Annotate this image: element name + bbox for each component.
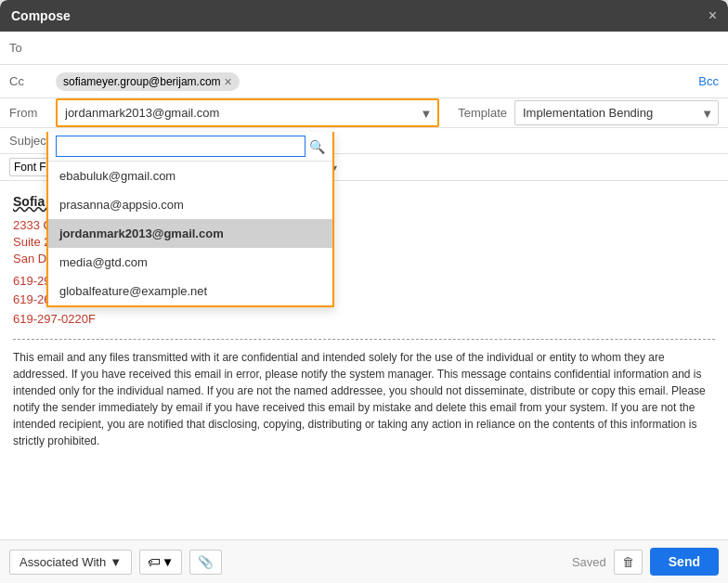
delete-button[interactable]: 🗑 bbox=[614, 550, 643, 575]
tag-button[interactable]: 🏷 ▼ bbox=[139, 550, 182, 575]
saved-status: Saved bbox=[572, 555, 606, 569]
to-label: To bbox=[9, 41, 56, 55]
close-button[interactable]: × bbox=[708, 7, 717, 24]
associated-with-button[interactable]: Associated With ▼ bbox=[9, 550, 132, 575]
cc-chip-remove[interactable]: × bbox=[225, 74, 232, 89]
bcc-button[interactable]: Bcc bbox=[698, 74, 719, 88]
to-field-content bbox=[56, 41, 719, 55]
attach-icon: 📎 bbox=[198, 555, 214, 569]
cc-row: Cc sofiameyer.group@berijam.com × Bcc bbox=[0, 65, 728, 98]
dropdown-item-media[interactable]: media@gtd.com bbox=[48, 248, 332, 277]
compose-header: Compose × bbox=[0, 0, 728, 32]
compose-window: Compose × To Cc sofiameyer.group@berijam… bbox=[0, 0, 728, 583]
dropdown-search-row: 🔍 bbox=[48, 132, 332, 162]
dropdown-search-input[interactable] bbox=[56, 136, 306, 157]
cc-field-content: sofiameyer.group@berijam.com × bbox=[56, 72, 698, 91]
dropdown-item-globalfeature[interactable]: globalfeature@example.net bbox=[48, 277, 332, 305]
cc-chip-email: sofiameyer.group@berijam.com bbox=[63, 75, 221, 88]
from-label: From bbox=[9, 106, 56, 120]
dropdown-item-jordanmark[interactable]: jordanmark2013@gmail.com bbox=[48, 219, 332, 248]
from-dropdown: 🔍 ebabuluk@gmail.com prasanna@appsio.com… bbox=[46, 132, 334, 307]
template-label: Template bbox=[458, 106, 507, 120]
to-row: To bbox=[0, 32, 728, 65]
associated-with-label: Associated With bbox=[20, 555, 106, 569]
from-select-wrapper: jordanmark2013@gmail.com ▼ bbox=[56, 98, 439, 127]
tag-arrow: ▼ bbox=[162, 555, 174, 569]
compose-footer: Associated With ▼ 🏷 ▼ 📎 Saved 🗑 Send bbox=[0, 539, 728, 583]
compose-title: Compose bbox=[11, 8, 71, 23]
template-section: Template Implementation Bending ▼ bbox=[458, 100, 719, 125]
phone3: 619-297-0220F bbox=[13, 310, 715, 330]
send-button[interactable]: Send bbox=[650, 548, 719, 576]
attach-button[interactable]: 📎 bbox=[189, 550, 222, 575]
from-row: From jordanmark2013@gmail.com ▼ Template… bbox=[0, 98, 728, 128]
cc-chip: sofiameyer.group@berijam.com × bbox=[56, 72, 240, 91]
from-select[interactable]: jordanmark2013@gmail.com bbox=[56, 98, 439, 127]
dropdown-list: ebabuluk@gmail.com prasanna@appsio.com j… bbox=[48, 162, 332, 305]
associated-with-arrow: ▼ bbox=[110, 555, 122, 569]
template-select-wrapper: Implementation Bending ▼ bbox=[514, 100, 719, 125]
tag-icon: 🏷 bbox=[148, 555, 160, 569]
to-input[interactable] bbox=[56, 41, 719, 55]
signature-divider bbox=[13, 339, 715, 340]
delete-icon: 🗑 bbox=[622, 555, 634, 569]
template-select[interactable]: Implementation Bending bbox=[514, 100, 719, 125]
footer-right: Saved 🗑 Send bbox=[572, 548, 719, 576]
search-icon: 🔍 bbox=[309, 139, 325, 154]
dropdown-item-ebabuluk[interactable]: ebabuluk@gmail.com bbox=[48, 162, 332, 190]
signature-disclaimer: This email and any files transmitted wit… bbox=[13, 349, 715, 449]
dropdown-item-prasanna[interactable]: prasanna@appsio.com bbox=[48, 190, 332, 219]
cc-label: Cc bbox=[9, 74, 56, 88]
